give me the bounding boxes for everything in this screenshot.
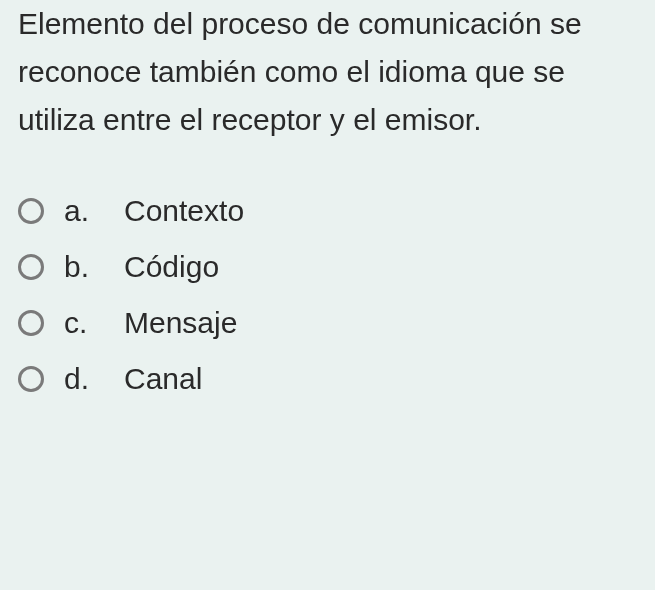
option-letter: a.	[64, 194, 104, 228]
option-label: Código	[124, 250, 219, 284]
option-b[interactable]: b. Código	[18, 250, 637, 284]
option-d[interactable]: d. Canal	[18, 362, 637, 396]
option-c[interactable]: c. Mensaje	[18, 306, 637, 340]
options-list: a. Contexto b. Código c. Mensaje d. Cana…	[18, 194, 637, 396]
question-text: Elemento del proceso de comunicación se …	[18, 0, 637, 144]
option-a[interactable]: a. Contexto	[18, 194, 637, 228]
option-letter: d.	[64, 362, 104, 396]
radio-icon[interactable]	[18, 198, 44, 224]
option-label: Canal	[124, 362, 202, 396]
radio-icon[interactable]	[18, 310, 44, 336]
radio-icon[interactable]	[18, 254, 44, 280]
radio-icon[interactable]	[18, 366, 44, 392]
option-label: Contexto	[124, 194, 244, 228]
option-letter: c.	[64, 306, 104, 340]
option-letter: b.	[64, 250, 104, 284]
option-label: Mensaje	[124, 306, 237, 340]
